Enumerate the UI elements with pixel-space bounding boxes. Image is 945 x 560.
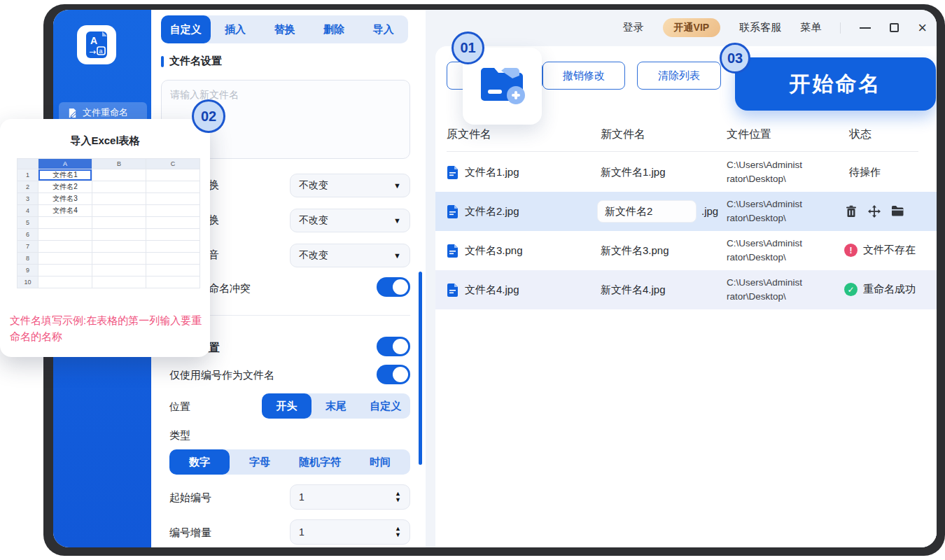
dropdown-value: 不改变 [299, 214, 328, 227]
status-pending: 待操作 [849, 166, 881, 179]
table-row-selected[interactable]: 文件名2.jpg .jpg C:\Users\Administrator\Des… [435, 192, 937, 231]
svg-text:A: A [90, 35, 97, 46]
move-icon[interactable] [868, 205, 881, 218]
tab-import[interactable]: 导入 [358, 15, 408, 43]
titlebar-separator [840, 22, 841, 34]
position-label: 位置 [169, 400, 190, 414]
original-filename: 文件名3.png [465, 244, 523, 258]
vip-button[interactable]: 开通VIP [663, 18, 721, 37]
col-original-name: 原文件名 [447, 127, 491, 142]
panel-scrollbar-thumb[interactable] [419, 272, 422, 465]
excel-popup-note: 文件名填写示例:在表格的第一列输入要重命名的名称 [10, 312, 206, 345]
edit-document-icon [67, 108, 78, 118]
table-row[interactable]: 文件名1.jpg 新文件名1.jpg C:\Users\Administrato… [435, 153, 937, 192]
error-icon: ! [844, 244, 858, 257]
open-folder-icon[interactable] [891, 205, 904, 217]
excel-import-popup: 导入Excel表格 A B C 1 文件名1 2 文件名2 3 文件名3 4 文… [0, 119, 210, 357]
type-option-letter[interactable]: 字母 [230, 449, 290, 475]
section-filename-settings: 文件名设置 [161, 55, 222, 68]
undo-button[interactable]: 撤销修改 [542, 62, 625, 90]
tab-replace[interactable]: 替换 [260, 15, 309, 43]
minimize-button[interactable] [860, 27, 871, 29]
stepper-arrows-icon[interactable]: ▲▼ [395, 491, 401, 503]
naming-conflict-toggle[interactable] [377, 277, 410, 297]
excel-col-b: B [92, 159, 146, 169]
increment-stepper: ▲▼ [290, 519, 410, 545]
excel-rownum: 8 [18, 253, 38, 265]
file-icon [447, 204, 458, 219]
titlebar: 登录 开通VIP 联系客服 菜单 × [623, 18, 927, 37]
dropdown-value: 不改变 [299, 179, 328, 192]
delete-icon[interactable] [845, 205, 858, 218]
row-actions [845, 205, 904, 218]
type-option-random[interactable]: 随机字符 [290, 449, 350, 475]
clear-list-button[interactable]: 清除列表 [637, 62, 721, 90]
new-filename: 新文件名4.jpg [601, 284, 666, 297]
pinyin-dropdown[interactable]: 不改变 ▼ [290, 244, 410, 267]
excel-popup-title: 导入Excel表格 [0, 119, 210, 148]
excel-col-a: A [38, 159, 92, 169]
svg-text:→: → [89, 47, 96, 57]
position-option-end[interactable]: 末尾 [312, 393, 361, 419]
file-icon [447, 165, 458, 180]
file-icon [447, 283, 458, 298]
file-path: C:\Users\Administrator\Desktop\ [727, 276, 802, 304]
excel-rownum: 6 [18, 229, 38, 241]
case-convert-dropdown[interactable]: 不改变 ▼ [290, 174, 410, 197]
tradsimp-convert-dropdown[interactable]: 不改变 ▼ [290, 209, 410, 232]
rename-edit-input[interactable] [597, 200, 696, 223]
col-new-name: 新文件名 [601, 127, 645, 142]
excel-header-row: A B C [18, 159, 200, 169]
numbering-toggle[interactable] [377, 337, 410, 356]
increment-input[interactable] [299, 526, 376, 538]
callout-badge-02: 02 [192, 99, 225, 133]
tab-custom[interactable]: 自定义 [161, 15, 211, 43]
app-logo: A → a [77, 25, 116, 64]
excel-rownum: 1 [18, 169, 38, 181]
excel-cell-a4: 文件名4 [38, 205, 92, 217]
pinyin-label: 音 [209, 248, 219, 262]
excel-preview-grid: A B C 1 文件名1 2 文件名2 3 文件名3 4 文件名4 5 6 7 … [17, 158, 200, 288]
status-success: ✓ 重命名成功 [844, 283, 916, 296]
excel-rownum: 7 [18, 241, 38, 253]
excel-rownum: 4 [18, 205, 38, 217]
success-icon: ✓ [844, 283, 858, 296]
excel-rownum: 5 [18, 217, 38, 229]
close-button[interactable]: × [918, 20, 927, 36]
start-number-input[interactable] [299, 491, 376, 503]
position-option-start[interactable]: 开头 [262, 393, 312, 419]
excel-rownum: 2 [18, 181, 38, 193]
file-path: C:\Users\Administrator\Desktop\ [727, 158, 802, 186]
callout-badge-01: 01 [451, 31, 484, 64]
position-option-custom[interactable]: 自定义 [360, 393, 410, 419]
chevron-down-icon: ▼ [393, 216, 401, 225]
support-button[interactable]: 联系客服 [739, 21, 781, 34]
chevron-down-icon: ▼ [393, 181, 401, 190]
start-number-stepper: ▲▼ [290, 484, 410, 510]
type-option-time[interactable]: 时间 [350, 449, 410, 475]
tab-insert[interactable]: 插入 [211, 15, 260, 43]
sidebar-item-label: 文件重命名 [83, 106, 128, 119]
table-row[interactable]: 文件名3.png 新文件名3.png C:\Users\Administrato… [435, 231, 937, 270]
case-convert-label: 换 [209, 178, 219, 192]
start-rename-button[interactable]: 开始命名 [735, 57, 936, 111]
menu-button[interactable]: 菜单 [800, 21, 821, 34]
tab-delete[interactable]: 删除 [309, 15, 359, 43]
section-title-label: 文件名设置 [169, 55, 222, 68]
type-option-number[interactable]: 数字 [169, 449, 230, 475]
only-number-toggle[interactable] [377, 365, 410, 384]
excel-col-c: C [146, 159, 200, 169]
dropdown-value: 不改变 [299, 249, 328, 262]
excel-rownum: 9 [18, 265, 38, 276]
col-file-location: 文件位置 [727, 127, 771, 142]
rename-logo-icon: A → a [77, 25, 116, 64]
login-button[interactable]: 登录 [623, 21, 644, 34]
file-icon [447, 244, 458, 258]
stepper-arrows-icon[interactable]: ▲▼ [395, 526, 401, 538]
naming-conflict-label: 命名冲突 [209, 282, 251, 295]
folder-minus-plus-icon [477, 64, 528, 108]
new-filename: 新文件名1.jpg [601, 166, 666, 179]
table-row[interactable]: 文件名4.jpg 新文件名4.jpg C:\Users\Administrato… [435, 270, 937, 309]
maximize-button[interactable] [890, 23, 899, 32]
excel-cell-a3: 文件名3 [38, 193, 92, 205]
